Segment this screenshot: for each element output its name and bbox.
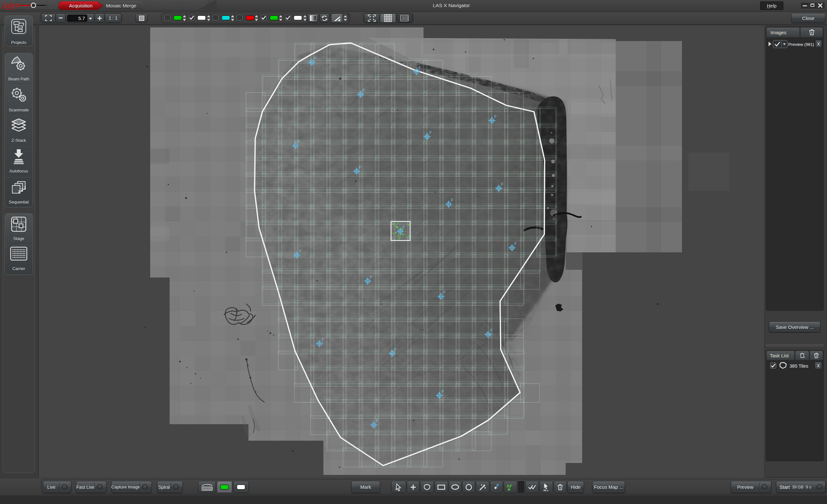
svg-text:F: F <box>314 56 317 61</box>
svg-text:F: F <box>501 182 504 187</box>
svg-text:F: F <box>514 242 517 246</box>
svg-text:F: F <box>419 65 421 70</box>
svg-text:F: F <box>490 328 493 333</box>
svg-text:Leica: Leica <box>2 1 19 10</box>
svg-text:2: 2 <box>21 188 23 192</box>
svg-text:ALL: ALL <box>543 489 548 491</box>
svg-text:F: F <box>496 483 499 488</box>
svg-text:F: F <box>494 114 497 119</box>
svg-text:AF: AF <box>506 484 512 489</box>
svg-text:1: 1 <box>18 190 20 194</box>
svg-text:F: F <box>322 338 324 342</box>
svg-text:F: F <box>363 88 366 93</box>
svg-text:F: F <box>376 419 379 423</box>
svg-text:F: F <box>451 198 453 203</box>
svg-text:F: F <box>394 347 397 352</box>
svg-text:F: F <box>442 389 444 394</box>
svg-text:F: F <box>359 165 361 169</box>
svg-text:F: F <box>402 225 405 230</box>
svg-text:3: 3 <box>24 186 26 190</box>
svg-text:F: F <box>299 249 302 254</box>
svg-text:F: F <box>443 291 446 295</box>
svg-text:F: F <box>370 275 373 280</box>
svg-text:F: F <box>429 131 432 135</box>
svg-text:F: F <box>298 140 300 144</box>
